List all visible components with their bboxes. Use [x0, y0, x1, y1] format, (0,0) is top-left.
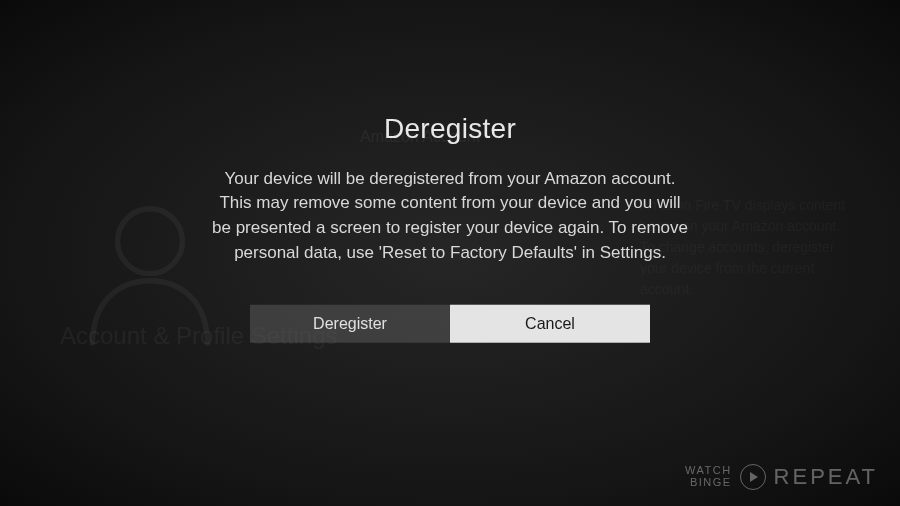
- watermark-line2: BINGE: [690, 477, 732, 489]
- watermark: WATCH BINGE REPEAT: [685, 464, 878, 490]
- play-icon: [740, 464, 766, 490]
- svg-marker-1: [750, 472, 758, 482]
- dialog-title: Deregister: [210, 112, 690, 144]
- cancel-button[interactable]: Cancel: [450, 305, 650, 343]
- dialog-body: Your device will be deregistered from yo…: [210, 166, 690, 265]
- svg-point-0: [118, 209, 183, 274]
- watermark-left: WATCH BINGE: [685, 465, 732, 488]
- deregister-dialog: Deregister Your device will be deregiste…: [210, 112, 690, 343]
- deregister-button[interactable]: Deregister: [250, 305, 450, 343]
- watermark-repeat: REPEAT: [774, 464, 878, 490]
- dialog-actions: Deregister Cancel: [250, 305, 650, 343]
